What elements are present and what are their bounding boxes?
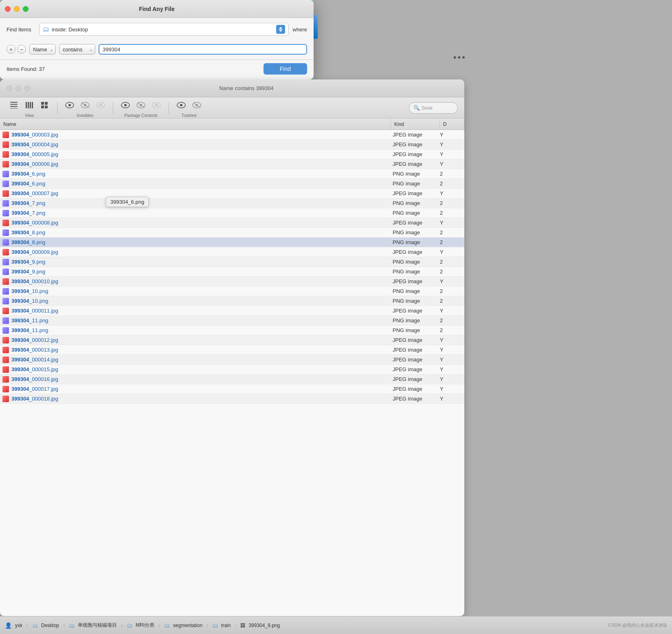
location-selector[interactable]: 🗂 inside: Desktop <box>39 23 289 36</box>
column-view-button[interactable] <box>22 98 37 112</box>
svg-line-34 <box>193 103 200 108</box>
find-button[interactable]: Find <box>264 63 307 75</box>
file-kind: PNG image <box>389 269 438 275</box>
invisibles-slash-button[interactable] <box>78 98 92 112</box>
package-view-button[interactable] <box>118 98 133 112</box>
col-header-date[interactable]: D <box>440 119 464 130</box>
results-minimize-button[interactable] <box>15 86 21 91</box>
status-file: 399304_8.png <box>248 623 280 628</box>
file-date: 2 <box>438 200 463 206</box>
close-button[interactable] <box>5 6 11 12</box>
location-chevron[interactable] <box>276 25 285 34</box>
file-name: 399304_6.png <box>11 181 389 187</box>
table-row[interactable]: 399304_8.pngPNG image2 <box>0 228 464 238</box>
maximize-button[interactable] <box>23 6 29 12</box>
status-train-icon: 🗂 <box>212 622 218 629</box>
invisibles-x-button[interactable] <box>93 98 108 112</box>
table-row[interactable]: 399304_000011.jpgJPEG imageY <box>0 306 464 316</box>
table-row[interactable]: 399304_000010.jpgJPEG imageY <box>0 277 464 286</box>
file-name: 399304_000008.jpg <box>11 220 389 226</box>
file-type-icon <box>2 229 10 237</box>
svg-rect-11 <box>45 106 48 108</box>
file-kind: JPEG image <box>389 376 438 382</box>
table-row[interactable]: 399304_000003.jpgJPEG imageY <box>0 130 464 140</box>
file-type-icon <box>2 258 10 266</box>
col-header-name[interactable]: Name <box>0 119 391 130</box>
table-row[interactable]: 399304_6.pngPNG image2 <box>0 179 464 189</box>
find-row: Items Found: 37 Find <box>0 60 314 79</box>
more-options-button[interactable]: ••• <box>453 52 466 63</box>
file-type-icon <box>2 317 10 325</box>
table-row[interactable]: 399304_11.pngPNG image2 <box>0 316 464 326</box>
file-date: 2 <box>438 269 463 275</box>
file-date: 2 <box>438 327 463 333</box>
remove-criteria-button[interactable]: − <box>17 45 26 54</box>
minimize-button[interactable] <box>14 6 20 12</box>
table-row[interactable]: 399304_000018.jpgJPEG imageY <box>0 394 464 404</box>
file-kind: PNG image <box>389 229 438 236</box>
table-row[interactable]: 399304_000006.jpgJPEG imageY <box>0 159 464 169</box>
table-row[interactable]: 399304_10.pngPNG image2 <box>0 296 464 306</box>
results-window: Name contains 399304 <box>0 79 464 616</box>
table-row[interactable]: 399304_8.pngPNG image2 <box>0 238 464 247</box>
file-type-icon <box>2 385 10 393</box>
results-maximize-button[interactable] <box>24 86 30 91</box>
file-date: 2 <box>438 181 463 187</box>
table-row[interactable]: 399304_000017.jpgJPEG imageY <box>0 384 464 394</box>
file-kind: PNG image <box>389 181 438 187</box>
table-row[interactable]: 399304_6.pngPNG image2 <box>0 169 464 179</box>
table-row[interactable]: 399304_000013.jpgJPEG imageY <box>0 345 464 355</box>
grid-view-button[interactable] <box>37 98 52 112</box>
file-name: 399304_000003.jpg <box>11 132 389 138</box>
table-row[interactable]: 399304_000016.jpgJPEG imageY <box>0 374 464 384</box>
file-name: 399304_11.png <box>11 317 389 324</box>
file-kind: PNG image <box>389 259 438 265</box>
file-type-icon <box>2 395 10 403</box>
file-name: 399304_000012.jpg <box>11 337 389 343</box>
table-row[interactable]: 399304_000014.jpgJPEG imageY <box>0 355 464 365</box>
results-search-bar[interactable]: 🔍 Sear <box>409 102 458 114</box>
search-value-input[interactable] <box>99 44 307 55</box>
folder-icon: 🗂 <box>43 26 49 33</box>
trashed-view-button[interactable] <box>174 98 189 112</box>
invisibles-view-button[interactable] <box>62 98 77 112</box>
svg-rect-8 <box>41 102 44 105</box>
file-name: 399304_000010.jpg <box>11 278 389 284</box>
file-kind: JPEG image <box>389 337 438 343</box>
status-bar: 👤 yxk › 🗂 Desktop › 🗂 单细胞与核磁项目 › 🗂 MRI分类… <box>0 616 672 634</box>
package-slash-button[interactable] <box>134 98 148 112</box>
file-name: 399304_000005.jpg <box>11 151 389 157</box>
table-row[interactable]: 399304_9.pngPNG image2 <box>0 257 464 267</box>
list-view-button[interactable] <box>7 98 21 112</box>
table-row[interactable]: 399304_000008.jpgJPEG imageY <box>0 218 464 228</box>
table-row[interactable]: 399304_11.pngPNG image2 <box>0 326 464 335</box>
file-type-icon <box>2 180 10 188</box>
table-row[interactable]: 399304_000004.jpgJPEG imageY <box>0 140 464 150</box>
file-type-icon <box>2 199 10 207</box>
file-date: Y <box>438 386 463 392</box>
trashed-slash-button[interactable] <box>189 98 204 112</box>
file-type-icon <box>2 277 10 286</box>
package-contents-section: Package Contents <box>118 98 164 118</box>
table-row[interactable]: 399304_9.pngPNG image2 <box>0 267 464 277</box>
table-row[interactable]: 399304_000012.jpgJPEG imageY <box>0 335 464 345</box>
add-criteria-button[interactable]: + <box>7 45 15 54</box>
table-row[interactable]: 399304_000005.jpgJPEG imageY <box>0 150 464 159</box>
col-header-kind[interactable]: Kind <box>391 119 440 130</box>
table-row[interactable]: 399304_7.pngPNG image2 <box>0 208 464 218</box>
table-row[interactable]: 399304_000009.jpgJPEG imageY <box>0 247 464 257</box>
results-close-button[interactable] <box>7 86 12 91</box>
file-kind: JPEG image <box>389 308 438 314</box>
file-kind: JPEG image <box>389 386 438 392</box>
table-row[interactable]: 399304_000015.jpgJPEG imageY <box>0 365 464 374</box>
table-row[interactable]: 399304_7.pngPNG image2 <box>0 198 464 208</box>
status-file-icon: 🖼 <box>240 623 245 628</box>
file-name: 399304_000016.jpg <box>11 376 389 382</box>
package-x-button[interactable] <box>149 98 164 112</box>
field-select[interactable]: Name Kind Date <box>29 44 56 55</box>
invisibles-icons <box>62 98 108 112</box>
results-window-controls <box>7 86 30 91</box>
table-row[interactable]: 399304_10.pngPNG image2 <box>0 286 464 296</box>
table-row[interactable]: 399304_000007.jpgJPEG imageY <box>0 189 464 198</box>
operator-select[interactable]: contains is starts with ends with <box>59 44 95 55</box>
